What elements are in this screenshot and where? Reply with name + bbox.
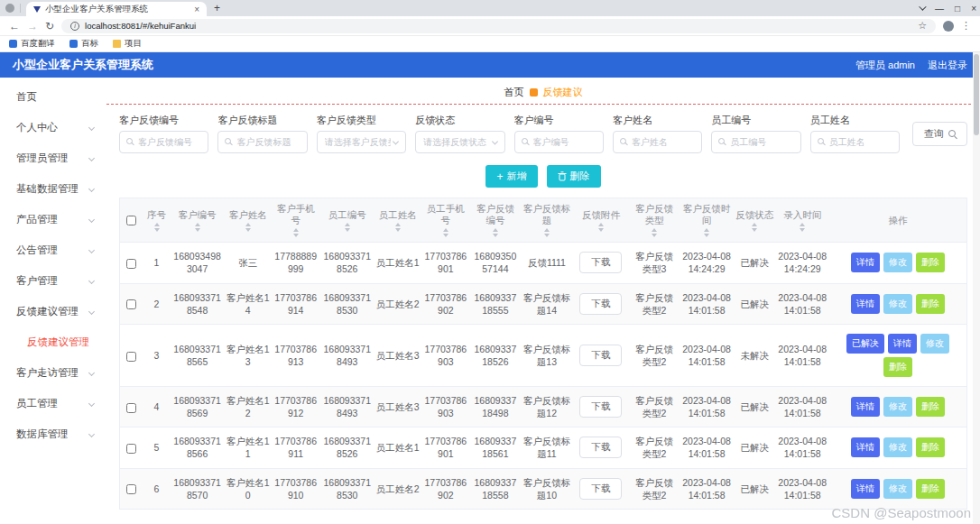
query-button[interactable]: 查询 [912, 122, 967, 146]
row-checkbox[interactable] [126, 259, 136, 269]
sidebar-item[interactable]: 管理员管理 [0, 142, 106, 173]
back-icon[interactable]: ← [9, 20, 20, 32]
select-all-checkbox[interactable] [126, 216, 136, 225]
column-header[interactable]: 客户手机号 [272, 198, 320, 243]
row-checkbox[interactable] [126, 403, 136, 413]
search-select-input[interactable] [416, 132, 504, 152]
tabsearch-chevron-icon[interactable] [919, 3, 926, 10]
sidebar-item[interactable]: 产品管理 [0, 204, 106, 234]
search-input[interactable] [120, 132, 208, 152]
download-button[interactable]: 下载 [579, 437, 622, 458]
search-input[interactable] [811, 132, 899, 152]
sort-icon[interactable] [598, 223, 604, 232]
sort-icon[interactable] [443, 228, 448, 237]
row-delete-button[interactable]: 删除 [916, 437, 945, 457]
search-input[interactable] [218, 132, 306, 152]
edit-button[interactable]: 修改 [883, 437, 912, 457]
page-scrollbar[interactable] [973, 52, 980, 524]
tab-close-icon[interactable]: × [194, 5, 199, 14]
breadcrumb-home-link[interactable]: 首页 [504, 86, 524, 99]
column-header[interactable]: 客户姓名 [225, 198, 272, 243]
download-button[interactable]: 下载 [579, 293, 622, 315]
bulk-delete-button[interactable]: 删除 [547, 165, 601, 188]
sidebar-item[interactable]: 反馈建议管理 [0, 296, 106, 326]
edit-button[interactable]: 修改 [920, 334, 949, 354]
logout-link[interactable]: 退出登录 [928, 59, 967, 72]
sidebar-item[interactable]: 员工管理 [0, 388, 106, 418]
sort-icon[interactable] [345, 223, 350, 232]
column-header[interactable]: 客户编号 [171, 198, 225, 243]
bookmark-item[interactable]: 百标 [69, 38, 98, 50]
sidebar-item[interactable]: 个人中心 [0, 112, 106, 142]
download-button[interactable]: 下载 [579, 396, 622, 418]
row-delete-button[interactable]: 删除 [916, 294, 945, 314]
edit-button[interactable]: 修改 [883, 253, 912, 272]
column-header[interactable]: 员工手机号 [421, 198, 470, 243]
add-button[interactable]: + 新增 [485, 165, 537, 188]
minimize-icon[interactable]: — [935, 4, 944, 14]
download-button[interactable]: 下载 [579, 345, 622, 366]
edit-button[interactable]: 修改 [883, 294, 912, 314]
search-input[interactable] [712, 132, 800, 152]
column-header[interactable]: 反馈状态 [734, 198, 775, 243]
sort-icon[interactable] [752, 223, 757, 232]
edit-button[interactable]: 修改 [883, 479, 912, 499]
column-header[interactable]: 员工姓名 [374, 198, 421, 243]
row-delete-button[interactable]: 删除 [916, 397, 945, 417]
bookmark-star-icon[interactable]: ☆ [918, 20, 927, 32]
resolve-button[interactable]: 已解决 [846, 334, 884, 354]
sidebar-subitem[interactable]: 反馈建议管理 [0, 326, 106, 357]
search-input[interactable] [614, 132, 701, 152]
close-icon[interactable]: × [971, 4, 976, 14]
sidebar-item[interactable]: 客户管理 [0, 265, 106, 296]
row-delete-button[interactable]: 删除 [916, 253, 945, 272]
profile-avatar[interactable] [943, 21, 954, 32]
new-tab-button[interactable]: + [214, 2, 220, 14]
row-delete-button[interactable]: 删除 [916, 479, 945, 499]
sort-icon[interactable] [293, 228, 299, 237]
bookmark-item[interactable]: 项目 [113, 38, 142, 50]
detail-button[interactable]: 详情 [851, 479, 880, 499]
edit-button[interactable]: 修改 [883, 397, 912, 417]
maximize-icon[interactable]: □ [955, 4, 960, 14]
sidebar-item[interactable]: 客户走访管理 [0, 357, 106, 388]
sidebar-item[interactable]: 首页 [0, 81, 106, 112]
sort-icon[interactable] [704, 228, 709, 237]
column-header[interactable]: 客户反馈标题 [521, 198, 573, 243]
browser-menu-icon[interactable]: ⋮ [961, 20, 971, 32]
search-input[interactable] [515, 132, 603, 152]
site-info-icon[interactable]: i [70, 22, 79, 31]
detail-button[interactable]: 详情 [851, 397, 880, 417]
sidebar-item[interactable]: 公告管理 [0, 234, 106, 265]
column-header[interactable]: 反馈附件 [573, 198, 629, 243]
sort-icon[interactable] [493, 228, 498, 237]
sort-icon[interactable] [652, 228, 657, 237]
detail-button[interactable]: 详情 [888, 334, 917, 354]
row-checkbox[interactable] [126, 299, 136, 309]
column-header[interactable]: 员工编号 [320, 198, 374, 243]
column-header[interactable]: 序号 [143, 198, 171, 243]
sort-icon[interactable] [544, 228, 550, 237]
refresh-icon[interactable]: ↻ [45, 20, 54, 32]
scrollbar-thumb[interactable] [974, 54, 979, 135]
sidebar-item[interactable]: 基础数据管理 [0, 173, 106, 204]
row-checkbox[interactable] [126, 484, 136, 494]
download-button[interactable]: 下载 [579, 252, 622, 273]
download-button[interactable]: 下载 [579, 478, 622, 500]
url-bar[interactable]: i localhost:8081/#/kehuiFankui ☆ [61, 19, 936, 33]
sort-icon[interactable] [195, 223, 200, 232]
row-delete-button[interactable]: 删除 [883, 357, 912, 377]
sort-icon[interactable] [154, 223, 160, 232]
detail-button[interactable]: 详情 [851, 294, 880, 314]
sort-icon[interactable] [395, 223, 401, 232]
bookmark-item[interactable]: 百度翻译 [9, 38, 55, 50]
column-header[interactable]: 客户反馈时间 [680, 198, 734, 243]
forward-icon[interactable]: → [27, 20, 38, 32]
detail-button[interactable]: 详情 [851, 437, 880, 457]
column-header[interactable]: 客户反馈类型 [629, 198, 680, 243]
row-checkbox[interactable] [126, 352, 136, 362]
detail-button[interactable]: 详情 [851, 253, 880, 272]
sort-icon[interactable] [800, 223, 805, 232]
sort-icon[interactable] [245, 223, 251, 232]
column-header[interactable]: 客户反馈编号 [470, 198, 521, 243]
